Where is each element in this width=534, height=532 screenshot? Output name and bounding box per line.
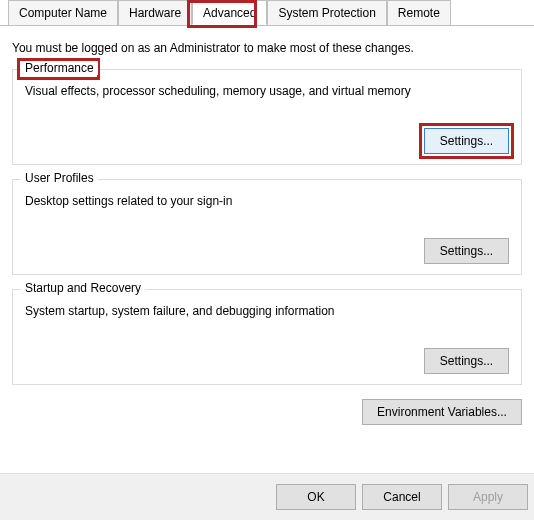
tab-bar: Computer Name Hardware Advanced System P… bbox=[0, 0, 534, 26]
startup-recovery-settings-button[interactable]: Settings... bbox=[424, 348, 509, 374]
cancel-button[interactable]: Cancel bbox=[362, 484, 442, 510]
performance-label: Performance bbox=[21, 61, 98, 75]
performance-settings-button[interactable]: Settings... bbox=[424, 128, 509, 154]
group-user-profiles: User Profiles Desktop settings related t… bbox=[12, 179, 522, 275]
user-profiles-desc: Desktop settings related to your sign-in bbox=[25, 194, 509, 208]
group-startup-recovery: Startup and Recovery System startup, sys… bbox=[12, 289, 522, 385]
startup-recovery-label: Startup and Recovery bbox=[21, 281, 145, 295]
admin-note: You must be logged on as an Administrato… bbox=[12, 41, 522, 55]
performance-desc: Visual effects, processor scheduling, me… bbox=[25, 84, 509, 98]
startup-recovery-desc: System startup, system failure, and debu… bbox=[25, 304, 509, 318]
user-profiles-label: User Profiles bbox=[21, 171, 98, 185]
tab-hardware[interactable]: Hardware bbox=[118, 0, 192, 25]
environment-variables-button[interactable]: Environment Variables... bbox=[362, 399, 522, 425]
tab-system-protection[interactable]: System Protection bbox=[267, 0, 386, 25]
tab-remote[interactable]: Remote bbox=[387, 0, 451, 25]
tab-computer-name[interactable]: Computer Name bbox=[8, 0, 118, 25]
user-profiles-settings-button[interactable]: Settings... bbox=[424, 238, 509, 264]
env-variables-row: Environment Variables... bbox=[12, 399, 522, 425]
group-performance: Performance Performance Visual effects, … bbox=[12, 69, 522, 165]
dialog-buttons: OK Cancel Apply bbox=[0, 473, 534, 520]
advanced-tab-content: You must be logged on as an Administrato… bbox=[0, 26, 534, 443]
ok-button[interactable]: OK bbox=[276, 484, 356, 510]
apply-button[interactable]: Apply bbox=[448, 484, 528, 510]
tab-advanced[interactable]: Advanced bbox=[192, 0, 267, 25]
